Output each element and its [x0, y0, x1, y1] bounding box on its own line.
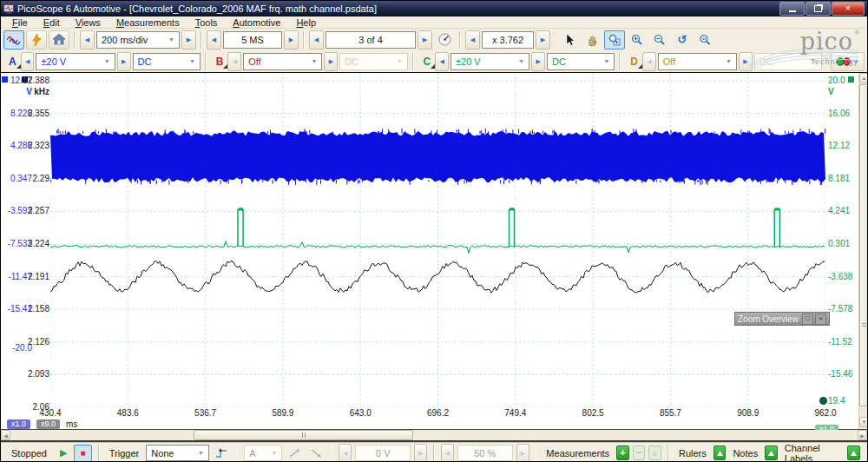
channel-b-range-prev[interactable]: ◀: [227, 52, 241, 71]
hand-tool-button[interactable]: [582, 30, 602, 50]
menu-item-tools[interactable]: Tools: [187, 17, 226, 28]
trigger-level-down: ◀: [339, 444, 352, 462]
zoom-overview-window[interactable]: Zoom Overview □ ×: [734, 312, 830, 326]
trigger-mode-select[interactable]: None ▼: [146, 445, 209, 461]
window-title: PicoScope 6 Automotive - [Chevrolet_Colo…: [17, 3, 779, 14]
close-button[interactable]: ×: [832, 2, 865, 16]
undo-zoom-button[interactable]: ↺: [672, 30, 693, 50]
zoom-out-button[interactable]: [649, 30, 670, 50]
zoom-overview-restore-button[interactable]: □: [802, 314, 813, 325]
math-axis-tick: 2.355: [16, 109, 49, 118]
channel-a-coupling-select[interactable]: DC ▼: [133, 53, 201, 70]
toolbar-separator: [74, 31, 76, 49]
toolbar-separator: [303, 31, 305, 49]
statusbar-separator: [667, 445, 669, 462]
rulers-label: Rulers: [679, 448, 707, 459]
menu-item-measurements[interactable]: Measurements: [108, 17, 187, 28]
menu-item-file[interactable]: File: [4, 17, 36, 28]
menu-item-automotive[interactable]: Automotive: [225, 17, 288, 28]
buffer-next-button[interactable]: ▶: [418, 30, 432, 50]
x-zoom-badge[interactable]: x9.0: [36, 419, 60, 429]
x-axis-tick: 908.9: [737, 408, 759, 418]
menu-item-edit[interactable]: Edit: [36, 17, 68, 28]
timebase-select[interactable]: 200 ms/div ▼: [96, 31, 180, 49]
channel-d-range-prev[interactable]: ◀: [642, 52, 656, 71]
channel-a-range-value: ±20 V: [41, 56, 66, 67]
x-axis-tick: 962.0: [814, 408, 836, 418]
channel-a-range-prev[interactable]: ◀: [21, 52, 35, 71]
channel-c-range-value: ±20 V: [456, 56, 481, 67]
minimize-button[interactable]: [779, 2, 805, 16]
toolbar-separator: [459, 31, 461, 49]
c-axis-tick: 12.12: [828, 141, 858, 150]
scroll-up-button[interactable]: ▲: [859, 73, 868, 83]
channel-c-range-select[interactable]: ±20 V ▼: [450, 53, 529, 70]
start-capture-button[interactable]: ▶: [56, 447, 70, 459]
advanced-trigger-button[interactable]: [213, 444, 231, 462]
waveform-plot[interactable]: Zoom Overview □ ×: [50, 73, 825, 407]
samples-next-button[interactable]: ▶: [284, 30, 299, 50]
home-button[interactable]: [49, 30, 69, 50]
left-axis[interactable]: V kHz 12.178.2264.2860.347-3.593-7.533-1…: [1, 73, 50, 420]
channel-c-menu[interactable]: C: [422, 55, 434, 69]
buffer-navigator-button[interactable]: [434, 30, 455, 50]
zoom-prev-button[interactable]: ◀: [465, 30, 480, 50]
zoom-full-button[interactable]: [694, 30, 715, 50]
scroll-right-button[interactable]: ▶: [858, 430, 867, 440]
menu-item-views[interactable]: Views: [68, 17, 108, 28]
channel-a-menu[interactable]: A: [7, 55, 19, 69]
channel-b-menu[interactable]: B: [214, 55, 227, 69]
scroll-left-button[interactable]: ◀: [1, 430, 10, 440]
channel-a-range-next[interactable]: ▶: [117, 52, 131, 71]
channel-c-zero-marker[interactable]: 19.4: [819, 396, 845, 406]
zoom-next-button[interactable]: ▶: [536, 30, 550, 50]
menu-item-help[interactable]: Help: [288, 17, 324, 28]
channel-b-range-next[interactable]: ▶: [324, 52, 338, 71]
channel-a-range-select[interactable]: ±20 V ▼: [36, 53, 115, 70]
c-axis-tick: -3.638: [828, 272, 858, 281]
rulers-button[interactable]: [713, 446, 727, 460]
statusbar-separator: [433, 445, 435, 462]
channel-d-range-select[interactable]: Off ▼: [658, 53, 737, 70]
remove-measurement-button: −: [633, 446, 646, 460]
buffer-field[interactable]: 3 of 4: [326, 31, 416, 49]
restore-button[interactable]: [806, 2, 831, 16]
main-toolbar: ◀ 200 ms/div ▼ ▶ ◀ 5 MS ▶ ◀ 3 of 4 ▶ ◀ x…: [1, 29, 867, 50]
buffer-prev-button[interactable]: ◀: [309, 30, 324, 50]
normal-selection-button[interactable]: [559, 30, 580, 50]
scope-view-button[interactable]: [3, 30, 24, 50]
horizontal-scrollbar[interactable]: ◀ ▶: [1, 430, 867, 442]
right-axis[interactable]: V 19.4 20.016.0612.128.1814.2410.301-3.6…: [825, 73, 858, 420]
timebase-value: 200 ms/div: [102, 35, 148, 45]
horizontal-scroll-thumb[interactable]: [194, 430, 413, 440]
samples-field[interactable]: 5 MS: [223, 31, 282, 49]
channel-c-range-next[interactable]: ▶: [531, 52, 545, 71]
notes-button[interactable]: [765, 446, 778, 460]
minus-icon: −: [636, 448, 641, 458]
zoom-in-button[interactable]: [627, 30, 648, 50]
samples-prev-button[interactable]: ◀: [207, 30, 221, 50]
timebase-next-button[interactable]: ▶: [181, 30, 196, 50]
zoom-box-button[interactable]: [604, 30, 625, 50]
channel-c-range-prev[interactable]: ◀: [435, 52, 449, 71]
titlebar[interactable]: PicoScope 6 Automotive - [Chevrolet_Colo…: [1, 1, 867, 16]
autosetup-button[interactable]: [26, 30, 47, 50]
channel-d-menu[interactable]: D: [628, 55, 641, 69]
timebase-prev-button[interactable]: ◀: [80, 30, 95, 50]
vertical-scrollbar[interactable]: ▲ ▼: [858, 73, 868, 429]
channel-c-coupling-select[interactable]: DC ▼: [547, 53, 615, 70]
channel-bar: A ◀ ±20 V ▼ ▶ DC ▼ B ◀ Off ▼ ▶ DC ▼ C ◀ …: [1, 50, 867, 72]
stop-capture-button[interactable]: ■: [74, 445, 92, 462]
y-zoom-badge[interactable]: x1.0: [7, 419, 30, 429]
vertical-scroll-thumb[interactable]: [859, 84, 868, 406]
channel-labels-label: Channel Labels: [785, 443, 841, 462]
trigger-label: Trigger: [109, 448, 139, 459]
add-measurement-button[interactable]: +: [616, 446, 629, 460]
channel-b-range-select[interactable]: Off ▼: [243, 53, 322, 70]
zoom-factor-field[interactable]: x 3.762: [482, 31, 534, 49]
triangle-icon: [767, 450, 775, 457]
chevron-down-icon: ▼: [168, 36, 174, 43]
channel-labels-button[interactable]: [847, 446, 860, 460]
trigger-level-value: 0 V: [376, 448, 391, 459]
x-axis-tick: 430.4: [39, 408, 61, 418]
